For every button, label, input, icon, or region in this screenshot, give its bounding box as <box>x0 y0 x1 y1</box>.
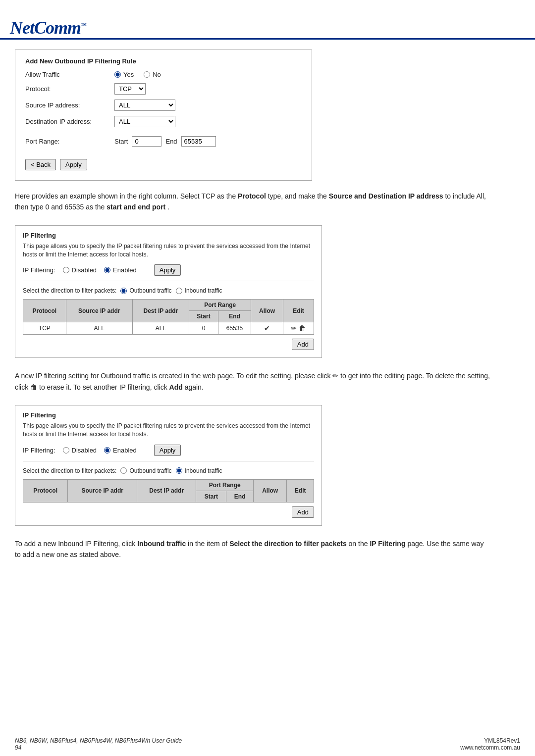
end-label: End <box>165 138 177 145</box>
enabled-label-1: Enabled <box>113 266 137 274</box>
yes-radio[interactable] <box>114 71 121 78</box>
ip-filtering-label-1: IP Filtering: <box>23 266 55 274</box>
footer-left: NB6, NB6W, NB6Plus4, NB6Plus4W, NB6Plus4… <box>15 737 182 751</box>
allow-traffic-row: Allow Traffic Yes No <box>25 71 302 78</box>
disabled-radio-1[interactable] <box>63 267 69 273</box>
apply-btn-1[interactable]: Apply <box>154 264 181 276</box>
dest-ip-label: Destination IP address: <box>25 118 114 125</box>
th-allow-2: Allow <box>253 479 286 502</box>
direction-row-2: Select the direction to filter packets: … <box>23 467 314 474</box>
add-outbound-form: Add New Outbound IP Filtering Rule Allow… <box>15 50 312 181</box>
delete-trash-icon-1[interactable]: 🗑 <box>299 324 306 332</box>
desc2-pencil: ✏ <box>332 372 338 380</box>
inbound-radio-1[interactable] <box>176 288 182 294</box>
enabled-radio-1[interactable] <box>104 267 110 273</box>
outbound-radio-item-2[interactable]: Outbound traffic <box>120 467 171 474</box>
apply-btn-2[interactable]: Apply <box>154 445 181 456</box>
page-header: NetComm™ <box>0 0 535 40</box>
td-dest-1: ALL <box>132 322 189 335</box>
edit-pencil-icon-1[interactable]: ✏ <box>291 324 297 332</box>
disabled-radio-2[interactable] <box>63 447 69 454</box>
ip-filtering-label-2: IP Filtering: <box>23 447 55 454</box>
th-start-2: Start <box>196 491 226 502</box>
th-edit-1: Edit <box>283 300 314 322</box>
desc1-text1: Here provides an example shown in the ri… <box>15 192 238 200</box>
table-row-1: TCP ALL ALL 0 65535 ✔ ✏ 🗑 <box>23 322 314 335</box>
no-radio[interactable] <box>144 71 150 78</box>
description-1: Here provides an example shown in the ri… <box>15 191 490 213</box>
inbound-radio-2[interactable] <box>176 467 182 474</box>
footer-right: YML854Rev1 www.netcomm.com.au <box>460 737 520 751</box>
footer-rev: YML854Rev1 <box>484 737 520 744</box>
port-range-label: Port Range: <box>25 138 114 145</box>
form-buttons: < Back Apply <box>25 159 302 170</box>
ip-filter-box-1: IP Filtering This page allows you to spe… <box>15 225 322 358</box>
footer-url: www.netcomm.com.au <box>460 744 520 751</box>
th-source-1: Source IP addr <box>66 300 132 322</box>
desc2-trash: 🗑 <box>30 383 37 391</box>
desc3-bold3: IP Filtering <box>370 540 405 548</box>
no-label: No <box>153 71 161 78</box>
th-end-1: End <box>218 311 251 322</box>
inbound-label-1: Inbound traffic <box>185 287 222 294</box>
direction-row-1: Select the direction to filter packets: … <box>23 287 314 294</box>
source-ip-select[interactable]: ALL Single Address Subnet Address <box>114 100 175 111</box>
apply-button[interactable]: Apply <box>60 159 87 170</box>
desc1-bold1: Protocol <box>238 192 266 200</box>
inbound-radio-item-2[interactable]: Inbound traffic <box>176 467 222 474</box>
disabled-label-2: Disabled <box>72 447 97 454</box>
enabled-radio-item-1[interactable]: Enabled <box>104 266 137 274</box>
td-end-1: 65535 <box>218 322 251 335</box>
allow-traffic-label: Allow Traffic <box>25 71 114 78</box>
enabled-radio-2[interactable] <box>104 447 110 454</box>
enabled-radio-item-2[interactable]: Enabled <box>104 447 137 454</box>
inbound-radio-item-1[interactable]: Inbound traffic <box>176 287 222 294</box>
source-ip-control: ALL Single Address Subnet Address <box>114 100 175 111</box>
form-title: Add New Outbound IP Filtering Rule <box>25 57 302 65</box>
td-protocol-1: TCP <box>23 322 66 335</box>
desc1-bold2: Source and Destination IP address <box>329 192 443 200</box>
footer-guide-text: NB6, NB6W, NB6Plus4, NB6Plus4W, NB6Plus4… <box>15 737 182 744</box>
th-start-1: Start <box>189 311 218 322</box>
back-button[interactable]: < Back <box>25 159 56 170</box>
th-dest-2: Dest IP addr <box>137 479 196 502</box>
no-radio-item[interactable]: No <box>144 71 161 78</box>
add-btn-row-2: Add <box>23 506 314 518</box>
add-button-1[interactable]: Add <box>292 339 314 350</box>
desc2-bold1: Add <box>169 383 183 391</box>
dest-ip-row: Destination IP address: ALL Single Addre… <box>25 116 302 127</box>
protocol-control: TCP UDP ICMP ALL <box>114 83 146 95</box>
protocol-select[interactable]: TCP UDP ICMP ALL <box>114 83 146 95</box>
protocol-row: Protocol: TCP UDP ICMP ALL <box>25 83 302 95</box>
source-ip-label: Source IP address: <box>25 101 114 109</box>
source-ip-row: Source IP address: ALL Single Address Su… <box>25 100 302 111</box>
outbound-radio-item-1[interactable]: Outbound traffic <box>120 287 171 294</box>
disabled-radio-item-1[interactable]: Disabled <box>63 266 97 274</box>
outbound-radio-1[interactable] <box>120 288 127 294</box>
yes-radio-item[interactable]: Yes <box>114 71 134 78</box>
yes-label: Yes <box>123 71 134 78</box>
page-footer: NB6, NB6W, NB6Plus4, NB6Plus4W, NB6Plus4… <box>0 732 535 756</box>
outbound-radio-2[interactable] <box>120 467 127 474</box>
td-edit-1: ✏ 🗑 <box>283 322 314 335</box>
description-2: A new IP filtering setting for Outbound … <box>15 370 490 393</box>
ip-filter-desc-2: This page allows you to specify the IP p… <box>23 422 314 439</box>
th-source-2: Source IP addr <box>68 479 137 502</box>
ip-filter-title-2: IP Filtering <box>23 411 314 419</box>
logo-text: NetComm™ <box>10 18 86 38</box>
th-edit-2: Edit <box>287 479 314 502</box>
disabled-radio-item-2[interactable]: Disabled <box>63 447 97 454</box>
th-portrange-1: Port Range <box>189 300 251 311</box>
filter-table-1: Protocol Source IP addr Dest IP addr Por… <box>23 299 314 335</box>
ip-filter-box-2: IP Filtering This page allows you to spe… <box>15 405 322 526</box>
desc3-text3: on the <box>349 540 370 548</box>
add-button-2[interactable]: Add <box>292 506 314 518</box>
desc3-text1: To add a new Inbound IP Filtering, click <box>15 540 137 548</box>
footer-page-num: 94 <box>15 744 21 751</box>
desc1-text4: . <box>167 203 169 211</box>
dest-ip-select[interactable]: ALL Single Address Subnet Address <box>114 116 175 127</box>
desc1-bold3: start and end port <box>107 203 165 211</box>
start-port-input[interactable] <box>132 136 161 147</box>
filter-table-2: Protocol Source IP addr Dest IP addr Por… <box>23 479 314 503</box>
end-port-input[interactable] <box>181 136 216 147</box>
